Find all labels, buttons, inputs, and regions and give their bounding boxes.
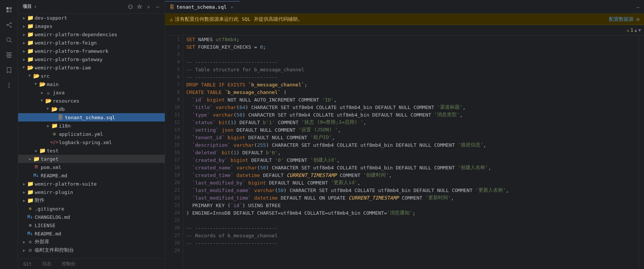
tree-item-main[interactable]: ▶ 📂 main [18, 80, 165, 88]
tree-item-pom[interactable]: ▶ M pom.xml [18, 163, 165, 171]
bookmark-icon[interactable] [2, 63, 16, 77]
code-line-28: -- ---------------------------- [186, 239, 636, 247]
tab-more-btn[interactable]: ⋯ [632, 1, 644, 13]
tree-arrow: ▶ [21, 48, 27, 54]
tree-label: wemirr-platform-dependencies [35, 32, 117, 37]
project-icon[interactable] [2, 3, 16, 17]
tree-item-tenant-sql[interactable]: ▶ 🗄 tenant_schema.sql [18, 113, 165, 121]
tree-item-suite[interactable]: ▶ 📁 wemirr-platform-suite [18, 180, 165, 188]
sidebar-actions: ✕ ⋯ [126, 3, 162, 11]
bottom-tab-log[interactable]: 日志 [40, 260, 54, 268]
line-num-16: 16 [165, 149, 183, 156]
svg-rect-11 [6, 52, 12, 53]
line-num-13: 13 [165, 126, 183, 134]
warning-icon: ⚠ [170, 16, 173, 22]
svg-point-5 [6, 24, 8, 26]
bottom-tabs: Git 日志 控制台 [18, 258, 165, 269]
svg-line-8 [8, 25, 10, 26]
sidebar-more-btn[interactable]: ⋯ [153, 3, 162, 11]
sidebar-settings-btn[interactable] [135, 3, 144, 11]
sidebar-sync-btn[interactable] [126, 3, 135, 11]
git-icon[interactable] [2, 18, 16, 32]
bottom-tab-git[interactable]: Git [21, 261, 34, 267]
tree-item-feign[interactable]: ▶ 📁 wemirr-platform-feign [18, 38, 165, 47]
line-num-2: 2 [165, 43, 183, 51]
folder-icon: 📁 [27, 197, 33, 203]
code-line-19: `created_time` datetime DEFAULT CURRENT_… [186, 171, 636, 179]
right-gutter [639, 35, 644, 269]
tree-arrow: ▶ [27, 73, 33, 79]
bottom-tab-console[interactable]: 控制台 [60, 260, 78, 268]
tree-arrow: ▶ [21, 31, 27, 37]
line-num-19: 19 [165, 171, 183, 179]
editor-tab-sql[interactable]: 🗄 tenant_schema.sql ✕ [165, 1, 240, 13]
sidebar-tree: ▶ 📁 dev-support ▶ 📁 images ▶ 📁 wemirr-pl… [18, 14, 165, 258]
code-line-1: SET NAMES utf8mb4; [186, 35, 636, 43]
tree-item-src[interactable]: ▶ 📂 src [18, 72, 165, 80]
tree-label: 附件 [35, 197, 44, 204]
dropdown-arrow[interactable]: ▾ [34, 4, 37, 9]
svg-marker-18 [138, 5, 141, 8]
tree-label: wemirr-platform-feign [35, 40, 97, 46]
search-icon[interactable] [2, 33, 16, 47]
warning-count: 1 [630, 28, 633, 33]
code-line-16: `deleted` bit(1) DEFAULT b'0', [186, 149, 636, 156]
tree-item-yml[interactable]: ▶ ⚙ application.yml [18, 130, 165, 138]
tree-item-resources[interactable]: ▶ 📂 resources [18, 97, 165, 105]
svg-rect-2 [6, 10, 9, 12]
warning-settings-icon[interactable]: ⚙ [636, 16, 639, 22]
code-line-20: `last_modified_by` bigint DEFAULT NULL C… [186, 179, 636, 186]
tree-arrow: ▶ [21, 40, 27, 46]
svg-line-10 [10, 41, 12, 43]
tree-item-attachments[interactable]: ▶ 📁 附件 [18, 196, 165, 204]
svg-rect-12 [7, 54, 11, 55]
tree-item-deps[interactable]: ▶ 📁 wemirr-platform-dependencies [18, 30, 165, 38]
tab-close-btn[interactable]: ✕ [229, 4, 235, 10]
tree-label: wemirr-platform-suite [35, 181, 97, 187]
tree-item-changelog[interactable]: ▶ M↓ CHANGELOG.md [18, 213, 165, 221]
tree-item-readme-root[interactable]: ▶ M↓ README.md [18, 229, 165, 238]
tree-item-plugin[interactable]: ▶ 📁 wemirr-plugin [18, 188, 165, 196]
line-num-23: 23 [165, 201, 183, 209]
code-editor[interactable]: SET NAMES utf8mb4; SET FOREIGN_KEY_CHECK… [183, 35, 639, 269]
tree-item-external[interactable]: ▶ ⊕ 外部库 [18, 238, 165, 246]
line-num-6: 6 [165, 73, 183, 81]
tree-item-images[interactable]: ▶ 📁 images [18, 22, 165, 30]
folder-icon: 📁 [27, 31, 33, 37]
tree-label: images [35, 23, 52, 29]
tree-item-i18n[interactable]: ▶ 📁 i18n [18, 121, 165, 130]
yml-file-icon: ⚙ [51, 131, 57, 137]
line-num-11: 11 [165, 111, 183, 118]
nav-up-btn[interactable]: ▲ [635, 28, 637, 33]
code-line-4: -- ---------------------------- [186, 58, 636, 66]
more-icon[interactable] [2, 78, 16, 92]
svg-point-9 [7, 38, 11, 42]
folder-icon: ☕ [45, 89, 51, 95]
tree-item-gitignore[interactable]: ▶ ⊙ .gitignore [18, 204, 165, 213]
tree-arrow: ▶ [27, 156, 33, 162]
nav-down-btn[interactable]: ▼ [638, 28, 641, 33]
tree-item-test[interactable]: ▶ 📁 test [18, 146, 165, 155]
tree-label: pom.xml [41, 164, 61, 170]
code-line-14: `tenant_id` bigint DEFAULT NULL COMMENT … [186, 134, 636, 141]
xml-file-icon: </> [51, 139, 57, 145]
tree-item-scratch[interactable]: ▶ ⊞ 临时文件和控制台 [18, 246, 165, 254]
tree-item-dev-support[interactable]: ▶ 📁 dev-support [18, 14, 165, 22]
tree-item-target[interactable]: ▶ 📁 target [18, 155, 165, 163]
tree-item-logback[interactable]: ▶ </> logback-spring.xml [18, 138, 165, 146]
tree-item-readme-iam[interactable]: ▶ M↓ README.md [18, 171, 165, 180]
editor-area: 🗄 tenant_schema.sql ✕ ⋯ ⚠ 没有配置任何数据源来运行此 … [165, 0, 644, 269]
tree-item-java[interactable]: ▶ ☕ java [18, 88, 165, 97]
structure-icon[interactable] [2, 48, 16, 62]
tree-item-framework[interactable]: ▶ 📁 wemirr-platform-framework [18, 47, 165, 55]
tree-item-license[interactable]: ▶ ≡ LICENSE [18, 221, 165, 229]
config-datasource-btn[interactable]: 配置数据源 [609, 16, 633, 23]
tree-item-db[interactable]: ▶ 📂 db [18, 105, 165, 113]
svg-line-7 [8, 23, 10, 25]
tree-item-gateway[interactable]: ▶ 📁 wemirr-platform-gateway [18, 55, 165, 63]
line-num-27: 27 [165, 232, 183, 239]
sidebar-close-btn[interactable]: ✕ [144, 3, 153, 11]
tree-arrow: ▶ [21, 65, 27, 71]
tree-item-iam[interactable]: ▶ 📂 wemirr-platform-iam [18, 63, 165, 72]
line-num-8: 8 [165, 88, 183, 96]
